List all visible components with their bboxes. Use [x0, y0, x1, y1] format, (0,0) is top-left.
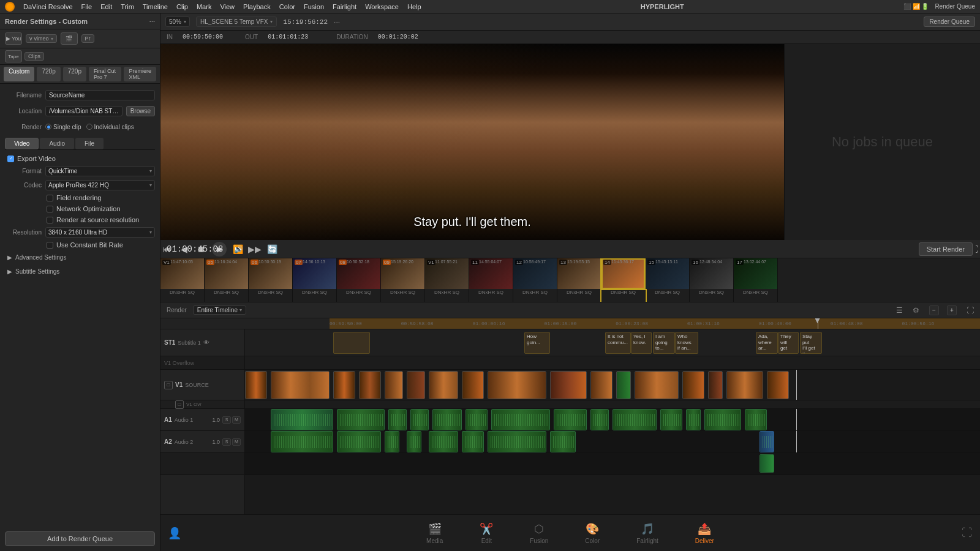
render-at-source-row[interactable]: Render at source resolution	[5, 216, 155, 223]
sub-clip-yes[interactable]: Yes, I know.	[631, 332, 652, 354]
menu-item-fusion[interactable]: Fusion	[304, 3, 324, 10]
render-timeline-dropdown[interactable]: Entire Timeline ▾	[193, 305, 246, 315]
vimeo-preset[interactable]: vvimeo▾	[26, 34, 57, 43]
clip-thumb-05[interactable]: 05 11:16:24:04 DNxHR SQ	[205, 258, 249, 302]
aud2-clip-2[interactable]: A016_010...	[337, 431, 381, 452]
a1-m-btn[interactable]: M	[232, 416, 241, 424]
menu-item-color[interactable]: Color	[279, 3, 295, 10]
tab-custom[interactable]: Custom	[4, 67, 34, 81]
loop-button[interactable]: 🔄	[266, 243, 278, 255]
clip-thumb-09[interactable]: 09 15:19:26:20 DNxHR SQ	[381, 258, 425, 302]
sub-clip-how[interactable]: How goin...	[524, 332, 550, 354]
clip-thumb-12[interactable]: 12 10:58:49:17 DNxHR SQ	[513, 258, 557, 302]
aud-clip-14[interactable]: A016_010...	[745, 409, 767, 430]
render-at-source-checkbox[interactable]	[47, 217, 53, 223]
vid-clip-13[interactable]: A017_01042331_C007	[635, 371, 679, 399]
aud2-clip-7[interactable]: A017_01042380...	[488, 431, 546, 452]
aud-clip-8[interactable]: A017_01042380...	[554, 409, 587, 430]
aud2-clip-8[interactable]: A017_01042...	[550, 431, 576, 452]
pr-preset[interactable]: Pr	[81, 34, 94, 43]
clip-thumb-14[interactable]: 14 11:43:36:17 DNxHR SQ	[601, 258, 646, 302]
aud2-clip-ada[interactable]: ADA	[760, 431, 774, 452]
individual-clips-option[interactable]: Individual clips	[86, 124, 134, 130]
sub-clip-stay[interactable]: Stay put I'll get them.	[800, 332, 822, 354]
more-options-btn[interactable]: ···	[334, 18, 340, 26]
a2-s-btn[interactable]: S	[222, 438, 231, 446]
vid-clip-7[interactable]: A015_01041902_C011	[429, 371, 458, 399]
aud-clip-12[interactable]: A009...	[686, 409, 701, 430]
field-rendering-row[interactable]: Field rendering	[5, 194, 155, 201]
aud-clip-7[interactable]: A015_01041919_C014	[491, 409, 550, 430]
resolution-dropdown[interactable]: 3840 x 2160 Ultra HD ▾	[45, 227, 155, 238]
sub-clip-they[interactable]: They will get so...	[778, 332, 799, 354]
render-list-icon[interactable]: ☰	[896, 306, 903, 315]
individual-clips-radio[interactable]	[86, 124, 92, 130]
clip-thumb-16[interactable]: 16 12:48:54:04 DNxHR SQ	[690, 258, 734, 302]
nav-color[interactable]: 🎨 Color	[567, 519, 618, 548]
advanced-settings-row[interactable]: ▶ Advanced Settings	[5, 252, 155, 263]
subtitle-settings-row[interactable]: ▶ Subtitle Settings	[5, 266, 155, 277]
vid-clip-4[interactable]: A016_010...	[359, 371, 381, 399]
clip-thumb-v1[interactable]: V1 11:47:10:05 DNxHR SQ	[160, 258, 205, 302]
render-minus-btn[interactable]: −	[929, 305, 939, 315]
tab-720p-2[interactable]: 720p	[63, 67, 86, 81]
add-to-render-queue-button[interactable]: Add to Render Queue	[5, 531, 155, 546]
clips-btn[interactable]: Clips	[24, 52, 44, 61]
vid-clip-17[interactable]: A016_010...	[767, 371, 789, 399]
nav-fusion[interactable]: ⬡ Fusion	[511, 519, 567, 548]
menu-item-fairlight[interactable]: Fairlight	[333, 3, 356, 10]
aud-clip-13[interactable]: A016_01042150_C... A016_01042...	[704, 409, 741, 430]
vid-clip-14[interactable]: A016_010...	[682, 371, 704, 399]
menu-item-resolve[interactable]: DaVinci Resolve	[23, 3, 73, 10]
vid-clip-1[interactable]: A16_...	[245, 371, 267, 399]
menu-item-workspace[interactable]: Workspace	[365, 3, 399, 10]
sub-clip-blank[interactable]	[333, 332, 370, 354]
sub-clip-ada[interactable]: Ada, where ar...	[756, 332, 778, 354]
menu-item-view[interactable]: View	[220, 3, 235, 10]
browse-button[interactable]: Browse	[126, 106, 155, 116]
menu-item-help[interactable]: Help	[407, 3, 421, 10]
vid-clip-3[interactable]: A016_010...	[333, 371, 355, 399]
clip-thumb-15[interactable]: 15 15:43:13:11 DNxHR SQ	[646, 258, 690, 302]
extra-green-clip[interactable]	[760, 454, 774, 473]
tab-premiere[interactable]: Premiere XML	[124, 67, 156, 81]
filename-value[interactable]: SourceName	[45, 90, 155, 100]
aud-clip-5[interactable]: A015_01041902_C011	[432, 409, 462, 430]
subtitle-visibility-icon[interactable]: 👁	[203, 339, 213, 346]
sub-clip-who[interactable]: Who knows if an...	[675, 332, 698, 354]
menu-item-file[interactable]: File	[81, 3, 92, 10]
sub-clip-not[interactable]: It is not commu...	[605, 332, 631, 354]
aud-clip-9[interactable]: A15_S...	[590, 409, 609, 430]
export-video-checkbox[interactable]	[7, 156, 14, 162]
menu-item-playback[interactable]: Playback	[243, 3, 271, 10]
render-settings-icon[interactable]: ⚙	[913, 306, 919, 315]
next-frame-button[interactable]: ▶▶	[249, 243, 261, 255]
aud2-clip-5[interactable]: A015_01041902_C011	[429, 431, 458, 452]
nav-fairlight[interactable]: 🎵 Fairlight	[618, 519, 677, 548]
render-settings-more[interactable]: ···	[149, 18, 155, 25]
nav-deliver[interactable]: 📤 Deliver	[677, 519, 733, 548]
use-constant-bitrate-checkbox[interactable]	[47, 242, 53, 249]
nav-media[interactable]: 🎬 Media	[408, 519, 461, 548]
vid-clip-8[interactable]: A017_010...	[462, 371, 484, 399]
menu-item-timeline[interactable]: Timeline	[143, 3, 168, 10]
aud-clip-4[interactable]: A009...	[410, 409, 429, 430]
field-rendering-checkbox[interactable]	[47, 195, 53, 201]
single-clip-radio[interactable]	[45, 124, 51, 130]
nav-right-icon[interactable]: ⛶	[962, 527, 973, 539]
format-dropdown[interactable]: QuickTime ▾	[45, 166, 155, 176]
vid-clip-10[interactable]: A017_01042387_C006	[550, 371, 587, 399]
clip-thumb-17[interactable]: 17 13:02:44:07 DNxHR SQ	[734, 258, 778, 302]
vid-clip-16[interactable]: A016_01042150_C... A016_01042...	[726, 371, 763, 399]
tab-finalcut[interactable]: Final Cut Pro 7	[89, 67, 122, 81]
vid-clip-9[interactable]: A015_01041919_C014	[488, 371, 546, 399]
network-opt-checkbox[interactable]	[47, 206, 53, 212]
tab-720p-1[interactable]: 720p	[37, 67, 60, 81]
youtube-preset[interactable]: ▶ You	[5, 32, 22, 45]
render-plus-btn[interactable]: +	[947, 305, 957, 315]
volume-icon[interactable]: 🔊	[234, 245, 243, 253]
camera-preset[interactable]: 🎬	[61, 32, 78, 45]
tab-video[interactable]: Video	[5, 138, 39, 149]
nav-left-icon[interactable]: 👤	[168, 527, 181, 540]
start-render-button[interactable]: Start Render	[919, 242, 973, 256]
